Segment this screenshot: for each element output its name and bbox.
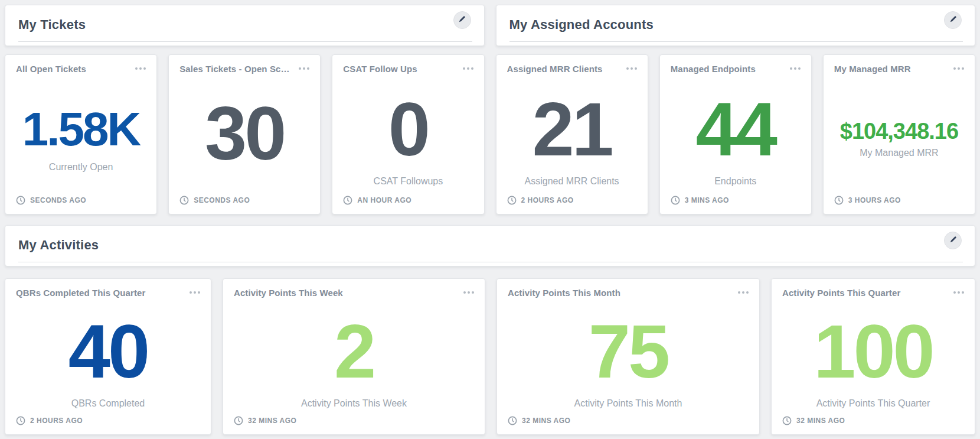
card-menu-button[interactable]: [462, 288, 475, 297]
kpi-value: 2: [334, 314, 374, 389]
clock-icon: [343, 196, 352, 205]
ellipsis-icon: [135, 67, 146, 70]
ellipsis-icon: [463, 67, 473, 70]
last-updated: 2 HOURS AGO: [16, 416, 83, 425]
card-my-managed-mrr: My Managed MRR $104,348.16 My Managed MR…: [823, 54, 975, 214]
section-header-my-activities: My Activities: [5, 225, 975, 266]
ellipsis-icon: [626, 67, 637, 70]
card-activity-points-this-quarter: Activity Points This Quarter 100 Activit…: [771, 278, 975, 435]
edit-section-button[interactable]: [453, 11, 471, 29]
card-menu-button[interactable]: [737, 288, 750, 297]
kpi-value: 40: [68, 314, 148, 389]
clock-icon: [671, 196, 680, 205]
last-updated: SECONDS AGO: [16, 196, 86, 205]
card-menu-button[interactable]: [625, 64, 638, 73]
card-menu-button[interactable]: [134, 64, 147, 73]
kpi-value: 75: [589, 314, 668, 389]
last-updated-text: 3 MINS AGO: [685, 196, 729, 204]
card-managed-endpoints: Managed Endpoints 44 Endpoints 3 MINS AG…: [659, 54, 812, 214]
kpi-value: $104,348.16: [840, 120, 958, 142]
divider: [18, 262, 963, 262]
pencil-icon: [949, 235, 957, 246]
kpi-value: 100: [814, 314, 933, 389]
kpi-value: 1.58K: [22, 106, 139, 153]
card-activity-points-this-month: Activity Points This Month 75 Activity P…: [496, 278, 760, 435]
clock-icon: [234, 416, 243, 425]
section-title: My Activities: [18, 238, 99, 253]
last-updated-text: SECONDS AGO: [194, 196, 250, 204]
section-header-my-assigned-accounts: My Assigned Accounts: [496, 5, 976, 46]
kpi-card-row-top: All Open Tickets 1.58K Currently Open SE…: [5, 54, 975, 214]
ellipsis-icon: [953, 67, 964, 70]
clock-icon: [179, 196, 189, 205]
last-updated: 32 MINS AGO: [782, 416, 845, 425]
kpi-card-row-bottom: QBRs Completed This Quarter 40 QBRs Comp…: [5, 278, 975, 435]
card-title: Sales Tickets - Open Sch...: [179, 64, 298, 74]
card-menu-button[interactable]: [952, 64, 965, 73]
pencil-icon: [949, 15, 957, 25]
card-all-open-tickets: All Open Tickets 1.58K Currently Open SE…: [5, 54, 157, 214]
last-updated-text: 2 HOURS AGO: [521, 196, 574, 204]
ellipsis-icon: [190, 291, 200, 294]
clock-icon: [782, 416, 792, 425]
card-title: CSAT Follow Ups: [343, 64, 422, 74]
last-updated: SECONDS AGO: [179, 196, 250, 205]
card-menu-button[interactable]: [462, 64, 475, 73]
last-updated-text: 32 MINS AGO: [522, 417, 570, 425]
last-updated: 3 MINS AGO: [671, 196, 729, 205]
card-title: Assigned MRR Clients: [507, 64, 607, 74]
pencil-icon: [458, 15, 466, 25]
ellipsis-icon: [953, 291, 964, 294]
card-activity-points-this-week: Activity Points This Week 2 Activity Poi…: [223, 278, 485, 435]
section-header-row: My Activities: [5, 225, 975, 266]
edit-section-button[interactable]: [944, 232, 962, 249]
divider: [509, 41, 963, 42]
section-title: My Tickets: [18, 17, 86, 32]
clock-icon: [16, 416, 25, 425]
card-csat-follow-ups: CSAT Follow Ups 0 CSAT Followups AN HOUR…: [332, 54, 484, 214]
last-updated: 32 MINS AGO: [508, 416, 570, 425]
ellipsis-icon: [299, 67, 309, 70]
card-title: My Managed MRR: [834, 64, 916, 74]
kpi-value: 30: [205, 96, 284, 171]
card-menu-button[interactable]: [952, 288, 965, 297]
clock-icon: [834, 196, 844, 205]
divider: [18, 41, 472, 42]
last-updated: AN HOUR AGO: [343, 196, 411, 205]
ellipsis-icon: [790, 67, 801, 70]
last-updated-text: AN HOUR AGO: [357, 196, 411, 204]
last-updated: 32 MINS AGO: [234, 416, 296, 425]
card-title: QBRs Completed This Quarter: [16, 288, 150, 298]
last-updated-text: 2 HOURS AGO: [30, 417, 83, 425]
card-qbrs-completed-this-quarter: QBRs Completed This Quarter 40 QBRs Comp…: [5, 278, 211, 435]
section-header-my-tickets: My Tickets: [5, 5, 485, 46]
clock-icon: [507, 196, 517, 205]
card-sales-tickets-open-scheduled: Sales Tickets - Open Sch... 30 SECONDS A…: [168, 54, 321, 214]
ellipsis-icon: [738, 291, 749, 294]
last-updated-text: 32 MINS AGO: [796, 417, 845, 425]
card-title: Activity Points This Quarter: [782, 288, 905, 298]
last-updated-text: SECONDS AGO: [30, 196, 86, 204]
card-assigned-mrr-clients: Assigned MRR Clients 21 Assigned MRR Cli…: [496, 54, 648, 214]
kpi-value: 0: [388, 92, 428, 167]
section-header-row: My Tickets My Assigned Accounts: [5, 5, 975, 46]
kpi-value: 21: [532, 92, 611, 167]
last-updated: 3 HOURS AGO: [834, 196, 901, 205]
ellipsis-icon: [463, 291, 474, 294]
clock-icon: [508, 416, 517, 425]
card-title: All Open Tickets: [16, 64, 91, 74]
last-updated: 2 HOURS AGO: [507, 196, 574, 205]
card-menu-button[interactable]: [789, 64, 802, 73]
dashboard: My Tickets My Assigned Accounts All Open…: [0, 0, 980, 439]
last-updated-text: 32 MINS AGO: [248, 417, 296, 425]
card-menu-button[interactable]: [298, 64, 311, 73]
edit-section-button[interactable]: [944, 11, 962, 29]
clock-icon: [16, 196, 25, 205]
card-menu-button[interactable]: [188, 288, 201, 297]
last-updated-text: 3 HOURS AGO: [848, 196, 901, 204]
card-title: Activity Points This Month: [508, 288, 625, 298]
section-title: My Assigned Accounts: [509, 17, 654, 32]
kpi-value: 44: [696, 92, 775, 167]
card-title: Activity Points This Week: [234, 288, 348, 298]
card-title: Managed Endpoints: [671, 64, 760, 74]
